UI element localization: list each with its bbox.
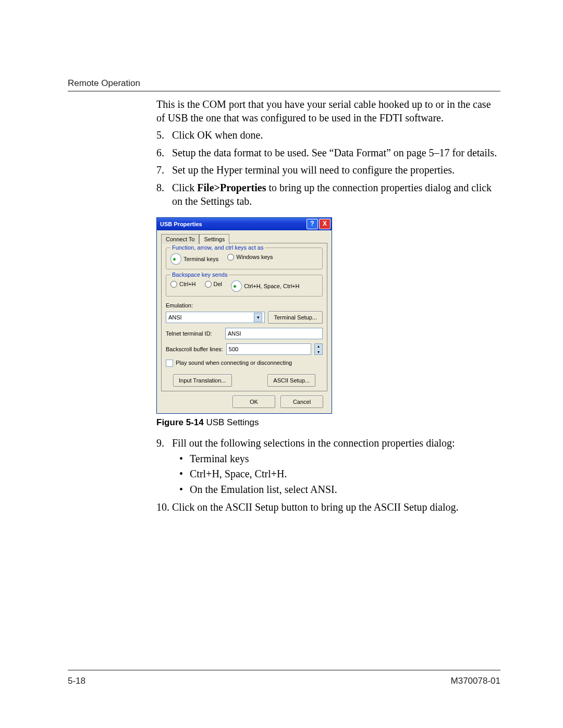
step-number: 6. (156, 146, 164, 160)
bullet-item: Terminal keys (172, 452, 500, 466)
ok-button[interactable]: OK (232, 396, 275, 408)
ascii-setup-button[interactable]: ASCII Setup... (267, 374, 315, 387)
radio-ctrlh-space[interactable]: Ctrl+H, Space, Ctrl+H (231, 280, 299, 292)
step-number: 8. (156, 181, 164, 195)
emulation-value: ANSI (168, 314, 182, 321)
intro-paragraph: This is the COM port that you have your … (156, 98, 500, 125)
step-5: 5. Click OK when done. (156, 129, 500, 142)
step-number: 7. (156, 164, 164, 177)
input-translation-button[interactable]: Input Translation... (173, 374, 232, 387)
cancel-button[interactable]: Cancel (280, 396, 323, 408)
radio-terminal-keys[interactable]: Terminal keys (170, 253, 218, 265)
telnet-id-label: Telnet terminal ID: (166, 330, 222, 337)
tab-connect-to[interactable]: Connect To (161, 234, 199, 244)
close-icon[interactable]: X (319, 219, 331, 229)
group-backspace: Backspace key sends Ctrl+H Del Ctrl+H, S… (166, 275, 323, 297)
emulation-label: Emulation: (166, 302, 323, 309)
step-number: 5. (156, 129, 164, 142)
bullet-item: Ctrl+H, Space, Ctrl+H. (172, 467, 500, 481)
radio-ctrlh[interactable]: Ctrl+H (170, 280, 195, 288)
backscroll-label: Backscroll buffer lines: (166, 346, 223, 353)
playsound-label: Play sound when connecting or disconnect… (176, 360, 292, 366)
backscroll-stepper[interactable]: ▴▾ (314, 343, 323, 355)
step-6: 6. Setup the data format to be used. See… (156, 146, 500, 160)
playsound-checkbox-row[interactable]: Play sound when connecting or disconnect… (166, 359, 323, 367)
step-8: 8. Click File>Properties to bring up the… (156, 181, 500, 208)
step-text: Set up the Hyper terminal you will need … (172, 164, 455, 176)
radio-windows-keys[interactable]: Windows keys (227, 253, 273, 261)
step-9: 9. Fill out the following selections in … (156, 437, 500, 496)
page-number: 5-18 (68, 676, 85, 686)
step-number: 9. (156, 437, 164, 450)
section-header: Remote Operation (68, 78, 500, 89)
figure-caption: Figure 5-14 USB Settings (156, 417, 500, 428)
step-number: 10. (156, 501, 169, 514)
radio-del[interactable]: Del (205, 280, 223, 288)
step-text: Click OK when done. (172, 129, 263, 141)
chevron-down-icon[interactable]: ▾ (254, 313, 262, 322)
help-icon[interactable]: ? (307, 219, 318, 229)
step-text: Fill out the following selections in the… (172, 437, 455, 449)
bullet-item: On the Emulation list, select ANSI. (172, 483, 500, 497)
dialog-title: USB Properties (160, 220, 202, 228)
dialog-titlebar[interactable]: USB Properties ? X (157, 218, 332, 230)
emulation-select[interactable]: ANSI ▾ (166, 312, 265, 323)
checkbox-icon[interactable] (166, 360, 173, 367)
doc-number: M370078-01 (451, 676, 500, 686)
backscroll-field[interactable]: 500 (226, 343, 311, 355)
step-text: Setup the data format to be used. See “D… (172, 147, 497, 158)
group-title: Function, arrow, and ctrl keys act as (170, 244, 265, 251)
telnet-id-field[interactable]: ANSI (225, 328, 323, 339)
step-text: Click on the ASCII Setup button to bring… (172, 501, 458, 513)
footer-rule (68, 670, 500, 671)
group-title: Backspace key sends (170, 271, 229, 278)
step-text: Click File>Properties to bring up the co… (172, 182, 492, 207)
step-10: 10. Click on the ASCII Setup button to b… (156, 501, 500, 514)
terminal-setup-button[interactable]: Terminal Setup... (268, 311, 323, 324)
usb-properties-dialog: USB Properties ? X Connect To Settings F… (156, 217, 332, 414)
step-7: 7. Set up the Hyper terminal you will ne… (156, 164, 500, 177)
tab-settings[interactable]: Settings (199, 234, 229, 244)
group-function-keys: Function, arrow, and ctrl keys act as Te… (166, 248, 323, 269)
header-rule (68, 91, 500, 92)
